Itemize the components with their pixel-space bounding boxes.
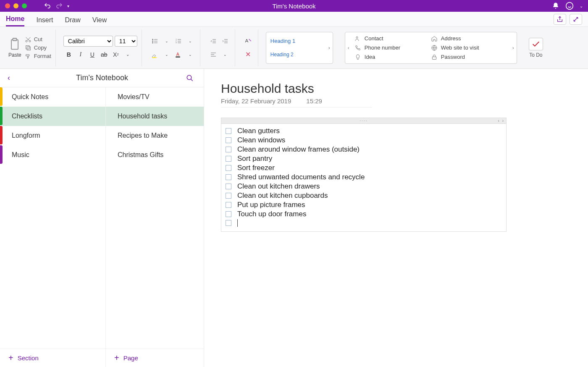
checkbox-icon[interactable] <box>226 193 231 199</box>
task-row[interactable]: Touch up door frames <box>226 210 502 219</box>
heading1-style[interactable]: Heading 1 <box>270 38 328 44</box>
align-dropdown[interactable]: ⌄ <box>220 49 231 60</box>
font-size-select[interactable]: 11 <box>115 36 137 47</box>
text-cursor[interactable] <box>237 219 238 227</box>
share-button[interactable] <box>554 14 566 25</box>
tag-password[interactable]: Password <box>431 54 507 60</box>
minimize-window-button[interactable] <box>13 3 18 8</box>
tag-contact[interactable]: Contact <box>354 35 431 42</box>
task-row[interactable]: Shred unwanted documents and recycle <box>226 173 502 182</box>
section-item[interactable]: Checklists <box>0 107 105 126</box>
section-item[interactable]: Longform <box>0 126 105 145</box>
tags-next-icon[interactable]: › <box>512 45 514 51</box>
checkbox-icon[interactable] <box>226 156 231 162</box>
page-canvas[interactable]: Household tasks Friday, 22 February 2019… <box>204 69 588 367</box>
task-text[interactable]: Touch up door frames <box>237 210 306 218</box>
section-item[interactable]: Music <box>0 145 105 165</box>
clear-formatting-button[interactable]: A <box>243 36 254 47</box>
task-row[interactable]: Clean gutters <box>226 126 502 136</box>
qat-dropdown[interactable]: ▾ <box>67 4 69 8</box>
task-text[interactable]: Clean windows <box>237 136 285 144</box>
highlight-dropdown[interactable]: ⌄ <box>161 49 172 60</box>
task-row[interactable]: Sort freezer <box>226 163 502 173</box>
task-row[interactable]: Clean out kitchen drawers <box>226 182 502 191</box>
styles-gallery[interactable]: Heading 1 Heading 2 › <box>266 32 333 64</box>
tag-idea[interactable]: Idea <box>354 54 431 60</box>
notebook-name[interactable]: Tim's Notebook <box>76 73 128 82</box>
tag-phone[interactable]: Phone number <box>354 45 431 51</box>
container-drag-handle[interactable]: ····‹ › <box>221 118 506 124</box>
add-page-button[interactable]: +Page <box>106 349 204 367</box>
todo-tag-button[interactable] <box>529 38 543 50</box>
subscript-button[interactable]: X2 <box>110 49 121 60</box>
section-color-tab[interactable] <box>0 126 3 144</box>
tags-prev-icon[interactable]: ‹ <box>348 45 349 51</box>
task-row[interactable]: Clean out kitchen cupboards <box>226 191 502 200</box>
tab-insert[interactable]: Insert <box>36 16 53 26</box>
tab-view[interactable]: View <box>92 16 107 26</box>
task-row[interactable]: Sort pantry <box>226 154 502 163</box>
paste-icon[interactable] <box>9 38 21 51</box>
styles-more-icon[interactable]: › <box>328 45 330 51</box>
checkbox-icon[interactable] <box>226 165 231 171</box>
tab-home[interactable]: Home <box>6 15 24 26</box>
tag-address[interactable]: Address <box>431 35 507 42</box>
copy-button[interactable]: Copy <box>25 45 51 51</box>
checkbox-icon[interactable] <box>226 147 231 152</box>
search-icon[interactable] <box>186 74 194 82</box>
task-text[interactable]: Clean out kitchen drawers <box>237 182 320 191</box>
note-container[interactable]: ····‹ › Clean guttersClean windowsClean … <box>221 118 507 232</box>
account-icon[interactable] <box>565 2 574 10</box>
tag-website[interactable]: Web site to visit <box>431 45 507 51</box>
task-row-empty[interactable] <box>226 219 502 227</box>
font-color-dropdown[interactable]: ⌄ <box>185 49 196 60</box>
task-text[interactable]: Clean gutters <box>237 127 280 135</box>
checkbox-icon[interactable] <box>226 202 231 208</box>
cut-button[interactable]: Cut <box>25 36 51 43</box>
bold-button[interactable]: B <box>63 49 74 60</box>
notifications-icon[interactable] <box>552 2 559 10</box>
checkbox-icon[interactable] <box>226 128 231 134</box>
checkbox-icon[interactable] <box>226 174 231 180</box>
task-row[interactable]: Clean around window frames (outside) <box>226 145 502 154</box>
checkbox-icon[interactable] <box>226 184 231 189</box>
checkbox-icon[interactable] <box>226 211 231 217</box>
maximize-window-button[interactable] <box>22 3 27 8</box>
paste-label[interactable]: Paste <box>8 52 21 58</box>
tags-gallery[interactable]: ‹ Contact Phone number Idea Address Web … <box>345 32 517 64</box>
task-text[interactable]: Shred unwanted documents and recycle <box>237 173 365 181</box>
task-text[interactable]: Clean out kitchen cupboards <box>237 191 328 200</box>
section-item[interactable]: Quick Notes <box>0 87 105 107</box>
format-painter-button[interactable]: Format <box>25 53 51 60</box>
task-text[interactable]: Sort pantry <box>237 155 272 163</box>
page-title[interactable]: Household tasks <box>221 81 571 96</box>
outdent-button[interactable] <box>208 36 219 47</box>
underline-button[interactable]: U <box>87 49 98 60</box>
undo-button[interactable] <box>44 2 51 10</box>
highlight-button[interactable] <box>150 49 160 60</box>
add-section-button[interactable]: +Section <box>0 349 106 367</box>
section-color-tab[interactable] <box>0 107 3 125</box>
back-button[interactable]: ‹ <box>8 73 10 82</box>
font-color-button[interactable]: A <box>173 49 184 60</box>
task-row[interactable]: Clean windows <box>226 136 502 145</box>
checkbox-icon[interactable] <box>226 137 231 143</box>
font-family-select[interactable]: Calibri <box>63 36 113 47</box>
section-color-tab[interactable] <box>0 145 3 164</box>
page-item[interactable]: Recipes to Make <box>106 126 204 145</box>
task-text[interactable]: Put up picture frames <box>237 201 305 209</box>
bullets-dropdown[interactable]: ⌄ <box>161 36 172 47</box>
heading2-style[interactable]: Heading 2 <box>270 52 328 58</box>
checkbox-icon[interactable] <box>226 220 231 226</box>
redo-button[interactable] <box>55 2 63 10</box>
task-text[interactable]: Sort freezer <box>237 164 275 172</box>
page-item[interactable]: Movies/TV <box>106 87 204 107</box>
numbering-dropdown[interactable]: ⌄ <box>185 36 196 47</box>
delete-button[interactable]: ✕ <box>243 49 254 60</box>
fullscreen-button[interactable] <box>570 14 582 25</box>
strikethrough-button[interactable]: ab <box>99 49 110 60</box>
tab-draw[interactable]: Draw <box>65 16 80 26</box>
account-dropdown[interactable]: ⌄ <box>580 4 583 8</box>
indent-button[interactable] <box>220 36 231 47</box>
font-more-dropdown[interactable]: ⌄ <box>122 49 133 60</box>
